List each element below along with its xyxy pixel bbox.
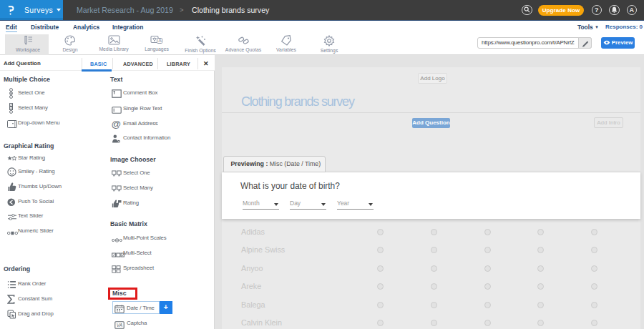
svg-text:VA: VA xyxy=(117,323,122,328)
svg-text:A: A xyxy=(158,38,162,43)
svg-text:@: @ xyxy=(112,119,121,129)
